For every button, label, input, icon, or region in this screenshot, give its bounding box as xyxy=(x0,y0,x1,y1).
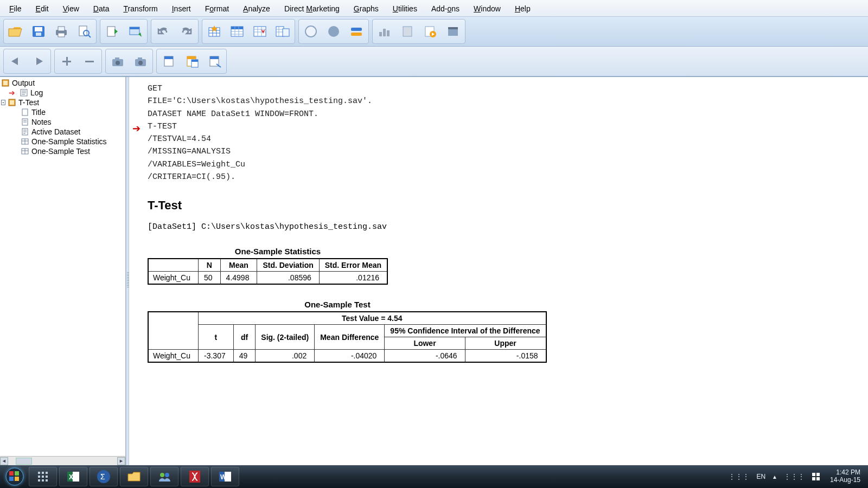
tray-arrow-icon[interactable]: ▲ xyxy=(772,474,777,480)
variables-button[interactable] xyxy=(272,21,293,42)
run-button[interactable] xyxy=(419,21,441,42)
taskbar-excel[interactable]: X xyxy=(59,467,87,486)
svg-rect-82 xyxy=(816,477,820,480)
svg-rect-57 xyxy=(9,477,14,481)
outline-tree[interactable]: Output ➔ Log - T-Test Title Notes xyxy=(0,77,125,456)
cell: 50 xyxy=(199,272,221,285)
tree-label: One-Sample Test xyxy=(31,147,90,156)
recall-dialog-button[interactable] xyxy=(124,21,146,42)
menu-insert[interactable]: Insert xyxy=(165,2,198,15)
associate-button[interactable] xyxy=(203,50,225,72)
goto-data-button[interactable] xyxy=(203,21,225,42)
table-icon xyxy=(21,137,29,146)
menu-format[interactable]: Format xyxy=(198,2,236,15)
taskbar-word[interactable]: W xyxy=(211,467,239,486)
tree-label: One-Sample Statistics xyxy=(31,137,107,146)
use-variable-sets-button[interactable] xyxy=(374,21,395,42)
print-preview-button[interactable] xyxy=(73,21,95,42)
one-sample-test-table[interactable]: One-Sample Test Test Value = 4.54 t df S… xyxy=(133,300,858,363)
menu-window[interactable]: Window xyxy=(467,2,508,15)
redo-button[interactable] xyxy=(175,21,197,42)
tree-active-dataset[interactable]: Active Dataset xyxy=(0,127,125,137)
svg-rect-48 xyxy=(10,100,14,105)
show-all-variables-button[interactable] xyxy=(397,21,418,42)
svg-point-19 xyxy=(328,26,339,37)
output-viewer[interactable]: ➔ GET FILE='C:\Users\kostas\hypothesis_t… xyxy=(129,77,868,465)
value-labels-button[interactable] xyxy=(346,21,367,42)
tree-one-sample-test[interactable]: One-Sample Test xyxy=(0,146,125,156)
tray-clock[interactable]: 1:42 PM 14-Aug-15 xyxy=(827,469,864,484)
undo-button[interactable] xyxy=(152,21,174,42)
sidebar-scrollbar[interactable]: ◄► xyxy=(0,456,125,465)
tree-log[interactable]: ➔ Log xyxy=(0,88,125,98)
svg-text:W: W xyxy=(220,473,227,481)
open-button[interactable] xyxy=(5,21,27,42)
svg-rect-58 xyxy=(15,477,19,481)
svg-rect-23 xyxy=(383,29,386,36)
pivot-title: One-Sample Test xyxy=(148,300,527,309)
taskbar-people[interactable] xyxy=(150,467,178,486)
tray-dots-icon[interactable]: ⋮⋮⋮ xyxy=(729,473,750,480)
taskbar-explorer[interactable] xyxy=(120,467,148,486)
redo-icon xyxy=(178,26,194,37)
promote-button[interactable] xyxy=(158,50,180,72)
menu-data[interactable]: Data xyxy=(86,2,117,15)
tree-title[interactable]: Title xyxy=(0,107,125,117)
page-icon xyxy=(21,108,29,117)
arrow-left-icon xyxy=(8,56,23,67)
start-button[interactable] xyxy=(2,466,27,487)
save-icon xyxy=(31,24,46,38)
menu-help[interactable]: Help xyxy=(508,2,538,15)
forward-button[interactable] xyxy=(28,50,49,72)
windows-logo-icon xyxy=(5,467,24,486)
menu-view[interactable]: View xyxy=(56,2,86,15)
camera1-button[interactable] xyxy=(107,50,129,72)
syntax-line: /VARIABLES=Weight_Cu xyxy=(148,158,858,171)
demote-button[interactable] xyxy=(181,50,202,72)
menu-utilities[interactable]: Utilities xyxy=(386,2,424,15)
camera2-button[interactable] xyxy=(130,50,151,72)
menu-file[interactable]: File xyxy=(2,2,29,15)
tree-label: Notes xyxy=(31,118,52,126)
svg-rect-45 xyxy=(3,81,8,85)
col-header: Mean xyxy=(220,259,257,272)
goto-case-button[interactable] xyxy=(226,21,248,42)
camera-icon xyxy=(133,55,148,68)
svg-rect-55 xyxy=(9,471,14,476)
circle-dark-icon xyxy=(326,24,341,38)
menu-edit[interactable]: Edit xyxy=(29,2,56,15)
menu-direct-marketing[interactable]: Direct Marketing xyxy=(277,2,347,15)
menu-transform[interactable]: Transform xyxy=(116,2,164,15)
tray-dots-icon[interactable]: ⋮⋮⋮ xyxy=(784,473,805,480)
goto-variable-button[interactable] xyxy=(249,21,271,42)
tray-windows-icon[interactable] xyxy=(812,472,820,481)
tree-output[interactable]: Output xyxy=(0,78,125,88)
expand-button[interactable] xyxy=(56,50,78,72)
tree-one-sample-stats[interactable]: One-Sample Statistics xyxy=(0,137,125,146)
print-button[interactable] xyxy=(50,21,72,42)
toolbar-navigation xyxy=(0,47,868,76)
svg-rect-66 xyxy=(42,479,44,481)
menu-graphs[interactable]: Graphs xyxy=(347,2,386,15)
collapse-button[interactable] xyxy=(79,50,100,72)
back-button[interactable] xyxy=(5,50,27,72)
svg-point-35 xyxy=(138,61,143,65)
export-button[interactable] xyxy=(101,21,123,42)
menu-addons[interactable]: Add-ons xyxy=(424,2,467,15)
tree-notes[interactable]: Notes xyxy=(0,117,125,127)
save-button[interactable] xyxy=(28,21,49,42)
tray-language[interactable]: EN xyxy=(756,473,765,480)
designate-window-button[interactable] xyxy=(442,21,464,42)
dataset-path: [DataSet1] C:\Users\kostas\hypothesis_te… xyxy=(148,222,858,232)
taskbar-pdf[interactable] xyxy=(181,467,209,486)
select-cases-button[interactable] xyxy=(300,21,322,42)
tree-ttest[interactable]: - T-Test xyxy=(0,98,125,107)
svg-rect-56 xyxy=(15,471,19,476)
taskbar-app-grid[interactable] xyxy=(29,467,57,486)
weight-cases-button[interactable] xyxy=(323,21,344,42)
menu-analyze[interactable]: Analyze xyxy=(236,2,277,15)
svg-point-18 xyxy=(305,26,316,37)
taskbar-spss[interactable]: Σ xyxy=(90,467,118,486)
content-area: Output ➔ Log - T-Test Title Notes xyxy=(0,76,868,465)
one-sample-statistics-table[interactable]: One-Sample Statistics N Mean Std. Deviat… xyxy=(133,247,858,285)
